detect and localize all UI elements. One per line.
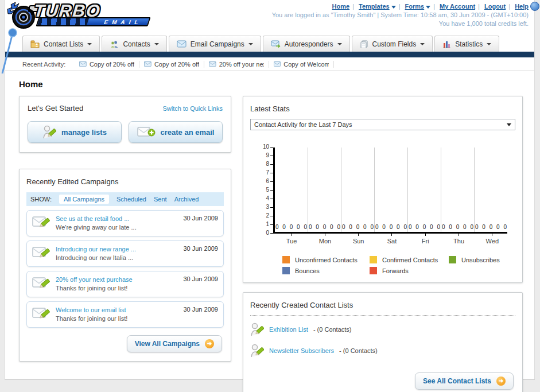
campaign-title-link[interactable]: Welcome to our email list <box>56 306 178 315</box>
campaign-item[interactable]: See us at the retail food ... We're givi… <box>26 210 224 236</box>
get-started-title: Let's Get Started <box>28 104 83 112</box>
envelope-icon <box>79 61 87 67</box>
arrow-right-icon: ➜ <box>496 377 506 386</box>
nav-link-home[interactable]: Home <box>332 3 350 10</box>
tab-label: Autoresponders <box>285 40 333 48</box>
y-tick-label: 4 <box>266 196 269 201</box>
logo-email-banner: EMAIL <box>36 17 150 26</box>
x-tick-label: Thu <box>442 234 475 244</box>
navy-divider-bar <box>5 52 534 57</box>
users-icon <box>110 40 119 48</box>
campaign-subtitle: Thanks for joining our list! <box>56 315 178 323</box>
login-status: You are logged in as "Timothy Smith" | S… <box>272 12 529 18</box>
x-tick-label: Sat <box>375 234 409 244</box>
filter-sent[interactable]: Sent <box>154 196 167 203</box>
campaign-date: 30 Jun 2009 <box>183 215 218 222</box>
view-all-campaigns-button[interactable]: View All Campaigns ➜ <box>127 335 222 352</box>
contact-lists-panel: Recently Created Contact Lists Exhibitio… <box>243 292 523 392</box>
legend-item: Forwards <box>370 267 449 274</box>
stats-period-value: Contact Activity for the Last 7 Days <box>254 121 352 128</box>
tab-statistics[interactable]: Statistics <box>434 36 499 52</box>
contact-list-count: - (0 Contacts) <box>339 347 378 354</box>
tab-contact-lists[interactable]: Contact Lists <box>22 36 100 52</box>
campaign-title-link[interactable]: See us at the retail food ... <box>56 215 178 223</box>
contact-list-item[interactable]: Exhibition List - (0 Contacts) <box>250 322 515 337</box>
x-tick-mark <box>292 234 292 236</box>
legend-swatch <box>370 267 377 274</box>
turbo-email-logo[interactable]: TURBO EMAIL <box>6 1 149 31</box>
tab-label: Statistics <box>455 40 483 48</box>
show-label: SHOW: <box>30 196 52 203</box>
folder-user-icon <box>30 40 40 48</box>
chart-column-wed: 0 0 0 0 0 <box>475 148 507 232</box>
legend-swatch <box>370 256 377 263</box>
recent-activity-item[interactable]: Copy of 20% off yo <box>75 61 139 68</box>
create-email-button[interactable]: create an email <box>129 121 223 143</box>
chart-column-fri: 0 0 0 0 0 <box>408 148 441 232</box>
tab-contacts[interactable]: Contacts <box>102 36 166 52</box>
envelope-icon <box>177 40 187 48</box>
chart-column-thu: 0 0 0 0 0 <box>441 148 475 232</box>
y-tick-label: 0 <box>266 230 269 236</box>
contact-lists-title: Recently Created Contact Lists <box>250 301 353 309</box>
manage-lists-button[interactable]: manage lists <box>28 121 122 143</box>
campaign-item[interactable]: Introducing our new range ... Introducin… <box>26 240 224 267</box>
chart-value-labels: 0 0 0 0 0 <box>408 224 441 230</box>
main-nav-tabs: Contact Lists Contacts Email Campaigns <box>5 36 534 52</box>
y-tick-mark <box>270 164 273 165</box>
nav-link-my-account[interactable]: My Account <box>440 3 475 10</box>
recent-activity-item[interactable]: Copy of Welcome to <box>269 61 334 68</box>
campaign-item[interactable]: Welcome to our email list Thanks for joi… <box>26 301 224 328</box>
recent-activity-item[interactable]: 20% off your next p <box>204 61 269 68</box>
page-container: TURBO EMAIL Home| Templates| Forms| My A… <box>5 0 535 380</box>
contact-list-link[interactable]: Exhibition List <box>269 326 308 333</box>
envelope-plus-icon <box>137 126 156 138</box>
person-pencil-icon <box>250 343 264 358</box>
chart-value-labels: 0 0 0 0 0 <box>375 224 407 230</box>
x-tick-mark <box>358 234 359 236</box>
recent-activity-item[interactable]: Copy of 20% off yo <box>139 61 204 68</box>
see-all-contact-lists-button[interactable]: See All Contact Lists ➜ <box>415 372 514 390</box>
tab-label: Custom Fields <box>372 40 417 48</box>
switch-quick-links-link[interactable]: Switch to Quick Links <box>162 105 223 112</box>
y-tick-label: 1 <box>266 222 269 227</box>
filter-scheduled[interactable]: Scheduled <box>116 196 146 203</box>
nav-link-templates[interactable]: Templates <box>359 3 390 10</box>
tab-autoresponders[interactable]: Autoresponders <box>263 36 350 52</box>
filter-all-campaigns[interactable]: All Campaigns <box>59 195 109 204</box>
envelope-icon <box>274 61 281 67</box>
contact-list-item[interactable]: Newsletter Subscribers - (0 Contacts) <box>250 343 515 358</box>
campaign-title-link[interactable]: 20% off your next purchase <box>56 275 178 284</box>
stats-period-dropdown[interactable]: Contact Activity for the Last 7 Days <box>250 119 515 130</box>
y-tick-label: 2 <box>266 213 269 219</box>
x-tick-label: Wed <box>476 234 509 244</box>
y-tick-mark <box>270 156 273 156</box>
legend-item: Unconfirmed Contacts <box>282 256 370 263</box>
tab-custom-fields[interactable]: Custom Fields <box>352 36 433 52</box>
view-all-campaigns-label: View All Campaigns <box>135 340 200 348</box>
logo-subtitle: EMAIL <box>103 19 143 25</box>
contact-activity-chart: 012345678910 0 0 0 0 00 0 0 0 00 0 0 0 0… <box>250 148 515 274</box>
y-tick-mark <box>270 224 273 225</box>
manage-lists-label: manage lists <box>61 128 107 137</box>
bar-chart-icon <box>442 40 451 48</box>
envelope-pencil-icon <box>32 275 50 290</box>
filter-archived[interactable]: Archived <box>174 196 199 203</box>
see-all-contact-lists-label: See All Contact Lists <box>423 377 491 385</box>
x-tick-mark <box>492 234 492 236</box>
nav-link-logout[interactable]: Logout <box>484 3 506 10</box>
campaign-title-link[interactable]: Introducing our new range ... <box>56 245 178 254</box>
chart-column-sun: 0 0 0 0 0 <box>341 148 375 232</box>
legend-swatch <box>282 267 290 274</box>
credits-status: You have 1,000 total credits left. <box>272 21 529 27</box>
contact-list-link[interactable]: Newsletter Subscribers <box>269 347 334 354</box>
chart-x-labels: TueMonSunSatFriThuWed <box>275 234 509 244</box>
tab-email-campaigns[interactable]: Email Campaigns <box>169 36 261 52</box>
envelope-icon <box>144 61 151 67</box>
campaign-item[interactable]: 20% off your next purchase Thanks for jo… <box>26 271 224 297</box>
envelope-pencil-icon <box>32 245 50 260</box>
nav-link-forms[interactable]: Forms <box>405 3 425 10</box>
y-tick-label: 8 <box>266 161 269 167</box>
nav-link-help[interactable]: Help <box>515 3 529 10</box>
legend-label: Unsubscribes <box>461 257 500 263</box>
